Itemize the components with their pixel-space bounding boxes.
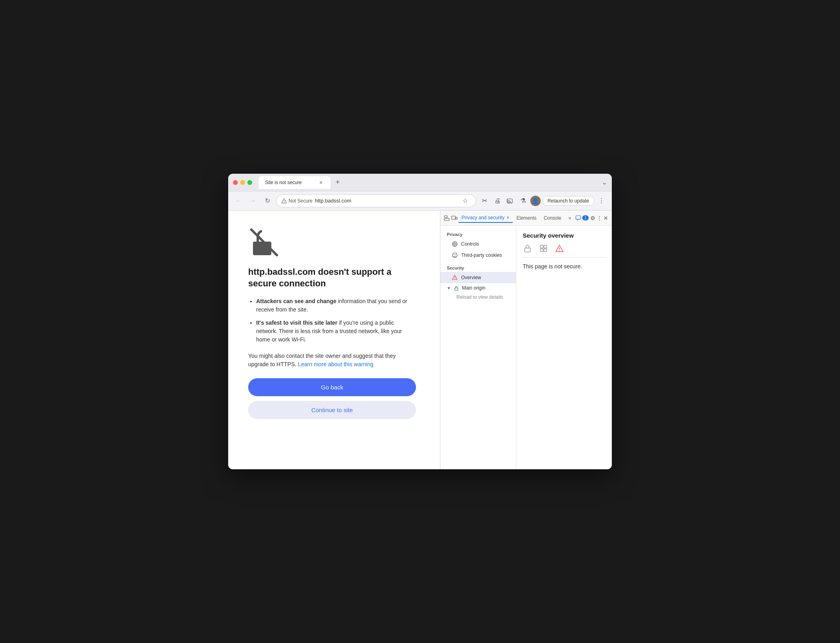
user-avatar[interactable]: 👤	[530, 196, 541, 206]
continue-button[interactable]: Continue to site	[248, 401, 416, 419]
sidebar-reload-details-label: Reload to view details	[456, 294, 503, 300]
back-button[interactable]: ←	[233, 195, 244, 206]
url-text: http.badssl.com	[315, 198, 457, 204]
address-bar[interactable]: Not Secure http.badssl.com ☆	[276, 194, 476, 207]
devtools-close-button[interactable]: ✕	[603, 213, 609, 223]
svg-point-1	[284, 202, 284, 202]
sidebar-overview-label: Overview	[461, 275, 481, 280]
svg-rect-24	[544, 245, 547, 248]
scissors-icon[interactable]: ✂	[479, 195, 490, 206]
learn-more-link[interactable]: Learn more about this warning	[298, 361, 374, 367]
notification-area: 1	[575, 215, 589, 221]
error-content: http.badssl.com doesn't support a secure…	[248, 226, 416, 419]
svg-point-11	[454, 243, 456, 245]
content-area: http.badssl.com doesn't support a secure…	[228, 210, 612, 469]
sec-lock-icon[interactable]	[523, 244, 532, 253]
error-bullet-1: Attackers can see and change information…	[256, 297, 416, 314]
sidebar-main-origin-label: Main origin	[462, 285, 486, 291]
nav-bar: ← → ↻ Not Secure http.badssl.com ☆ ✂ 🖨	[228, 191, 612, 210]
tab-elements-label: Elements	[517, 215, 537, 221]
error-bullet-2: It's safest to visit this site later if …	[256, 319, 416, 344]
more-menu-button[interactable]: ⋮	[596, 195, 607, 206]
svg-point-20	[454, 279, 455, 279]
sidebar-item-controls[interactable]: Controls	[440, 238, 516, 250]
devtools-tabs: Privacy and security × Elements Console …	[440, 210, 612, 226]
bookmark-button[interactable]: ☆	[460, 195, 471, 206]
new-tab-button[interactable]: +	[332, 177, 343, 188]
devtools-more-button[interactable]: ⋮	[597, 213, 602, 223]
not-secure-label: Not Secure	[289, 198, 313, 204]
cast-icon[interactable]	[505, 195, 516, 206]
browser-window: Site is not secure × + ⌄ ← → ↻ Not Secur…	[228, 174, 612, 469]
sidebar-third-party-label: Third-party cookies	[461, 252, 502, 258]
sec-origin-icon[interactable]	[539, 244, 548, 253]
more-tabs-button[interactable]: »	[565, 214, 575, 222]
responsive-design-icon[interactable]	[451, 212, 457, 224]
reload-button[interactable]: ↻	[262, 195, 273, 206]
tab-close-button[interactable]: ×	[318, 179, 324, 186]
sidebar-reload-details: Reload to view details	[440, 293, 516, 302]
tab-privacy-security[interactable]: Privacy and security ×	[458, 213, 513, 223]
svg-rect-25	[540, 249, 543, 252]
sidebar-item-third-party[interactable]: Third-party cookies	[440, 250, 516, 261]
tab-menu-button[interactable]: ⌄	[602, 179, 607, 186]
security-section-title: Security	[440, 264, 516, 272]
chat-icon	[575, 215, 581, 221]
devtools-settings-button[interactable]: ⚙	[590, 213, 596, 223]
svg-rect-22	[525, 248, 530, 252]
close-button[interactable]	[233, 180, 238, 185]
maximize-button[interactable]	[247, 180, 252, 185]
go-back-button[interactable]: Go back	[248, 378, 416, 396]
bullet1-bold: Attackers can see and change	[256, 298, 336, 304]
broken-lock-icon	[248, 226, 280, 258]
tab-privacy-security-close[interactable]: ×	[507, 215, 510, 220]
privacy-section-title: Privacy	[440, 230, 516, 238]
sidebar-controls-label: Controls	[461, 241, 479, 247]
cookie-icon	[452, 252, 458, 258]
error-list: Attackers can see and change information…	[248, 297, 416, 344]
tab-elements[interactable]: Elements	[514, 214, 540, 222]
browser-page: http.badssl.com doesn't support a secure…	[228, 210, 440, 469]
nav-actions: ✂ 🖨 ⚗ 👤 Relaunch to update ⋮	[479, 195, 607, 206]
relaunch-button[interactable]: Relaunch to update	[542, 196, 594, 206]
svg-rect-21	[455, 288, 458, 290]
sidebar-item-overview[interactable]: Overview	[440, 272, 516, 283]
controls-icon	[452, 241, 458, 247]
collapse-icon: ▼	[447, 286, 451, 290]
svg-point-17	[454, 254, 454, 255]
forward-button[interactable]: →	[247, 195, 259, 206]
print-icon[interactable]: 🖨	[492, 195, 503, 206]
browser-tab[interactable]: Site is not secure ×	[259, 176, 330, 189]
inspect-element-icon[interactable]	[444, 212, 450, 224]
lock-icon	[453, 285, 460, 291]
svg-point-18	[455, 254, 456, 255]
security-divider	[523, 257, 605, 258]
svg-rect-26	[544, 249, 547, 252]
warning-icon	[281, 198, 287, 204]
not-secure-badge: Not Secure	[281, 198, 313, 204]
warning-triangle-icon	[452, 274, 458, 281]
minimize-button[interactable]	[240, 180, 245, 185]
svg-rect-7	[452, 216, 456, 219]
security-sidebar: Privacy Controls	[440, 226, 516, 469]
tab-privacy-security-label: Privacy and security	[462, 215, 504, 220]
svg-rect-23	[540, 245, 543, 248]
tab-title: Site is not secure	[265, 180, 302, 185]
bullet2-bold: It's safest to visit this site later	[256, 320, 337, 326]
devtools-body: Privacy Controls	[440, 226, 612, 469]
security-icons-row	[523, 244, 605, 253]
sidebar-main-origin-section[interactable]: ▼ Main origin	[440, 283, 516, 293]
sec-warning-icon[interactable]	[555, 244, 564, 253]
svg-rect-6	[444, 218, 449, 220]
error-title: http.badssl.com doesn't support a secure…	[248, 266, 416, 289]
title-bar: Site is not secure × + ⌄	[228, 174, 612, 191]
traffic-lights	[233, 180, 252, 185]
error-footer: You might also contact the site owner an…	[248, 352, 416, 369]
security-main: Security overview	[516, 226, 612, 469]
tab-console[interactable]: Console	[541, 214, 565, 222]
notification-badge: 1	[582, 215, 589, 220]
svg-rect-8	[456, 217, 457, 219]
security-overview-title: Security overview	[523, 232, 605, 239]
lab-icon[interactable]: ⚗	[518, 195, 529, 206]
svg-point-28	[559, 250, 560, 251]
